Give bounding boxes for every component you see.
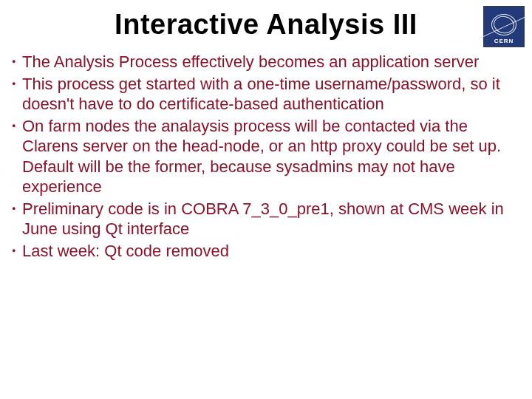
list-item: The Analysis Process effectively becomes… [16, 52, 510, 72]
slide: Interactive Analysis III CERN The Analys… [0, 0, 532, 399]
list-item: On farm nodes the analaysis process will… [16, 116, 510, 197]
bullet-list: The Analysis Process effectively becomes… [16, 52, 510, 261]
slide-title: Interactive Analysis III [0, 9, 532, 41]
list-item: Preliminary code is in COBRA 7_3_0_pre1,… [16, 199, 510, 239]
logo-label: CERN [485, 38, 523, 44]
list-item: Last week: Qt code removed [16, 241, 510, 262]
cern-logo: CERN [483, 6, 525, 47]
slide-body: The Analysis Process effectively becomes… [16, 52, 510, 262]
list-item: This process get started with a one-time… [16, 74, 510, 115]
